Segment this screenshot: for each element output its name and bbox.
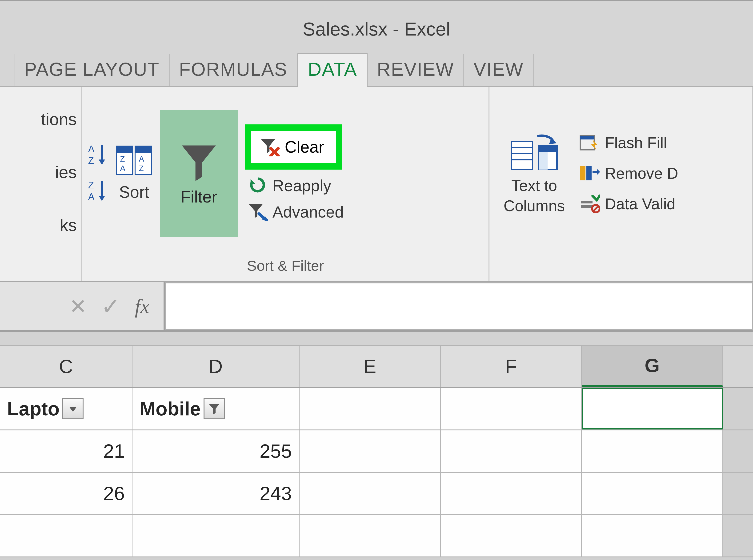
svg-text:A: A	[88, 191, 95, 202]
sort-desc-button[interactable]: Z A	[87, 177, 108, 206]
table-row: 21 255	[0, 431, 753, 473]
cell-e-2[interactable]	[300, 473, 441, 514]
advanced-filter-button[interactable]: Advanced	[245, 202, 346, 222]
tab-page-layout[interactable]: PAGE LAYOUT	[14, 54, 170, 86]
cell-e-1[interactable]	[300, 431, 441, 472]
cell-e-header[interactable]	[300, 388, 441, 429]
flash-fill-icon	[579, 133, 600, 152]
text-to-columns-icon	[509, 132, 559, 174]
tab-view[interactable]: VIEW	[464, 54, 534, 86]
table-row	[0, 515, 753, 557]
fx-label[interactable]: fx	[135, 295, 150, 318]
filtered-funnel-icon	[208, 402, 221, 415]
data-validation-icon	[579, 195, 600, 213]
clear-label: Clear	[285, 138, 324, 156]
remove-duplicates-button[interactable]: Remove D	[579, 164, 678, 183]
svg-text:Z: Z	[139, 164, 144, 173]
reapply-icon	[247, 176, 268, 195]
svg-rect-21	[580, 166, 585, 180]
filter-dropdown-d[interactable]	[204, 398, 225, 419]
window-title: Sales.xlsx - Excel	[0, 0, 753, 47]
svg-rect-12	[511, 141, 533, 169]
cell-g-3[interactable]	[582, 515, 723, 557]
clear-filter-button[interactable]: Clear	[251, 131, 336, 163]
sort-dialog-label: Sort	[119, 183, 149, 202]
header-c-text: Lapto	[7, 398, 60, 420]
data-validation-label: Data Valid	[605, 195, 675, 213]
window-title-text: Sales.xlsx - Excel	[303, 18, 450, 40]
advanced-filter-icon	[247, 202, 268, 221]
svg-text:A: A	[120, 164, 125, 173]
ribbon: tions ies ks A Z Z	[0, 87, 753, 282]
cell-c-1[interactable]: 21	[0, 431, 133, 472]
cell-d-3[interactable]	[133, 515, 300, 557]
cell-d-2[interactable]: 243	[133, 473, 300, 514]
text-to-columns-label-1: Text to	[511, 177, 557, 195]
cell-g-1[interactable]	[582, 431, 723, 472]
sort-asc-icon: A Z	[87, 141, 108, 169]
cell-d-1[interactable]: 255	[133, 431, 300, 472]
flash-fill-button[interactable]: Flash Fill	[579, 133, 667, 152]
tab-data[interactable]: DATA	[297, 53, 367, 87]
header-cell-c[interactable]: Lapto	[0, 388, 133, 429]
formula-input[interactable]	[165, 282, 753, 330]
svg-rect-18	[539, 152, 547, 169]
remove-duplicates-icon	[579, 164, 600, 183]
svg-text:A: A	[88, 143, 95, 154]
svg-rect-17	[539, 146, 557, 152]
svg-rect-6	[116, 146, 133, 153]
clear-filter-highlight: Clear	[245, 124, 342, 169]
column-header-g[interactable]: G	[582, 346, 723, 387]
cell-f-1[interactable]	[441, 431, 582, 472]
remove-duplicates-label: Remove D	[605, 164, 678, 182]
connections-fragment-1[interactable]: tions	[41, 109, 77, 129]
formula-enter-icon[interactable]: ✓	[101, 293, 121, 320]
header-cell-d[interactable]: Mobile	[133, 388, 300, 429]
ribbon-group-connections-partial: tions ies ks	[0, 87, 82, 281]
reapply-label: Reapply	[272, 176, 331, 195]
column-headers: C D E F G	[0, 346, 753, 388]
advanced-label: Advanced	[272, 203, 344, 221]
column-header-d[interactable]: D	[133, 346, 300, 387]
cell-c-3[interactable]	[0, 515, 133, 557]
column-header-e[interactable]: E	[300, 346, 441, 387]
spacer	[0, 332, 753, 346]
filter-button[interactable]: Filter	[160, 110, 238, 237]
cell-f-header[interactable]	[441, 388, 582, 429]
clear-filter-icon	[259, 138, 281, 156]
funnel-icon	[178, 140, 220, 183]
cell-c-2[interactable]: 26	[0, 473, 133, 514]
svg-rect-22	[586, 166, 592, 180]
svg-text:Z: Z	[88, 155, 94, 166]
svg-rect-24	[581, 205, 593, 208]
tab-formulas[interactable]: FORMULAS	[170, 54, 298, 86]
reapply-filter-button[interactable]: Reapply	[245, 175, 334, 196]
text-to-columns-label-2: Columns	[504, 197, 565, 215]
column-header-f[interactable]: F	[441, 346, 582, 387]
cell-f-3[interactable]	[441, 515, 582, 557]
ribbon-tab-strip: PAGE LAYOUT FORMULAS DATA REVIEW VIEW	[0, 47, 753, 87]
filter-dropdown-c[interactable]	[62, 398, 83, 419]
connections-fragment-2[interactable]: ies	[55, 162, 77, 182]
formula-cancel-icon[interactable]: ✕	[69, 294, 87, 319]
svg-rect-7	[135, 146, 152, 153]
data-validation-button[interactable]: Data Valid	[579, 195, 675, 213]
group-label-connections	[0, 257, 81, 281]
cell-f-2[interactable]	[441, 473, 582, 514]
formula-bar: ✕ ✓ fx	[0, 282, 753, 332]
text-to-columns-button[interactable]: Text to Columns	[504, 132, 565, 215]
column-header-c[interactable]: C	[0, 346, 133, 387]
tab-review[interactable]: REVIEW	[368, 54, 464, 86]
cell-g-header[interactable]	[582, 388, 723, 429]
sort-dialog-button[interactable]: Z A A Z	[115, 145, 153, 176]
group-label-sort-filter: Sort & Filter	[82, 257, 488, 281]
svg-text:Z: Z	[120, 154, 125, 163]
cell-g-2[interactable]	[582, 473, 723, 514]
table-row: 26 243	[0, 473, 753, 515]
connections-fragment-3[interactable]: ks	[60, 216, 77, 235]
svg-line-26	[593, 206, 599, 212]
cell-e-3[interactable]	[300, 515, 441, 557]
dropdown-arrow-icon	[67, 403, 79, 415]
sort-asc-button[interactable]: A Z	[87, 141, 108, 170]
group-label-data-tools	[489, 257, 752, 281]
